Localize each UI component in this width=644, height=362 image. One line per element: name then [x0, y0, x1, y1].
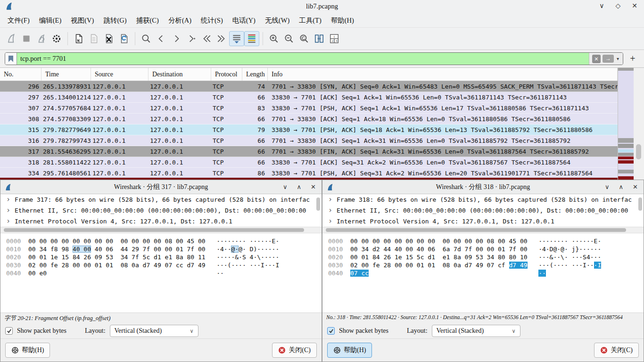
hex-line[interactable]: 0000 00 00 00 00 00 00 00 00 00 00 00 00… [6, 237, 322, 245]
hex-line[interactable]: 0020 00 01 84 26 1e 15 5c d1 e1 8a 09 53… [328, 253, 644, 261]
packet-row[interactable]: 316279.782799743127.0.0.1127.0.0.1TCP667… [0, 135, 618, 146]
tree-item[interactable]: ›Ethernet II, Src: 00:00:00_00:00:00 (00… [0, 205, 322, 216]
goto-packet-icon[interactable] [184, 31, 199, 46]
cell-time: 295.761480561 [41, 168, 91, 179]
help-button[interactable]: 帮助(H) [327, 343, 372, 358]
close-dialog-button[interactable]: 关闭(C) [272, 343, 317, 358]
minimize-button[interactable]: ∨ [283, 180, 288, 194]
restore-button[interactable]: ∧ [619, 180, 624, 194]
filter-dropdown-caret-icon[interactable]: ▾ [616, 56, 620, 61]
resize-columns-icon[interactable] [312, 31, 327, 46]
column-header[interactable]: Source [91, 68, 149, 81]
minimize-button[interactable]: ∨ [599, 2, 604, 10]
restore-button[interactable]: ∧ [297, 180, 302, 194]
menu-item[interactable]: 电话(Y) [228, 15, 260, 26]
save-file-icon[interactable] [86, 31, 101, 46]
show-packet-bytes-checkbox[interactable] [327, 327, 335, 335]
capture-options-icon[interactable] [49, 31, 64, 46]
column-header[interactable]: Protocol [211, 68, 242, 81]
hex-line[interactable]: 0020 00 01 1e 15 84 26 09 53 34 7f 5c d1… [6, 253, 322, 261]
packet-list-scrollbar[interactable] [634, 68, 644, 180]
hex-line[interactable]: 0030 02 00 fe 28 00 00 01 01 08 0a d7 49… [328, 261, 644, 269]
hex-line[interactable]: 0030 02 00 fe 28 00 00 01 01 08 0a d7 49… [6, 261, 322, 269]
help-button[interactable]: 帮助(H) [5, 343, 50, 358]
zoom-in-icon[interactable] [266, 31, 281, 46]
reload-file-icon[interactable] [116, 31, 132, 46]
packet-row[interactable]: 308274.577083309127.0.0.1127.0.0.1TCP667… [0, 114, 618, 124]
scrollbar-thumb[interactable] [636, 144, 641, 159]
close-file-icon[interactable] [101, 31, 116, 46]
next-packet-icon[interactable] [169, 31, 184, 46]
menu-item[interactable]: 文件(F) [3, 15, 34, 26]
close-button[interactable]: ✕ [632, 2, 637, 10]
hex-line[interactable]: 0000 00 00 00 00 00 00 00 00 00 00 00 00… [328, 237, 644, 245]
menu-item[interactable]: 视图(V) [66, 15, 99, 26]
hex-line[interactable]: 0010 00 34 d2 44 40 00 40 06 6a 7d 7f 00… [328, 245, 644, 253]
horizontal-scrollbar[interactable] [0, 227, 322, 233]
close-button[interactable]: ✕ [311, 180, 316, 194]
colorize-icon[interactable] [244, 31, 259, 46]
menu-item[interactable]: 编辑(E) [34, 15, 66, 26]
restart-capture-icon[interactable] [34, 31, 49, 46]
hex-line[interactable]: 0040 07 cc ·· [328, 269, 644, 277]
filter-input[interactable] [17, 53, 589, 65]
last-packet-icon[interactable] [214, 31, 229, 46]
tree-item[interactable]: ›Ethernet II, Src: 00:00:00_00:00:00 (00… [322, 205, 644, 216]
zoom-reset-icon[interactable] [297, 31, 312, 46]
tree-item[interactable]: ›Frame 317: 66 bytes on wire (528 bits),… [0, 194, 322, 205]
hex-line[interactable]: 0040 00 e0 ·· [6, 269, 322, 277]
packet-list-header: No.TimeSourceDestinationProtocolLengthIn… [0, 68, 618, 81]
cell-source: 127.0.0.1 [91, 124, 149, 135]
zoom-out-icon[interactable] [281, 31, 297, 46]
menu-item[interactable]: 统计(S) [196, 15, 228, 26]
menu-item[interactable]: 跳转(G) [99, 15, 131, 26]
protocol-tree: ›Frame 317: 66 bytes on wire (528 bits),… [0, 194, 322, 227]
filter-apply-icon[interactable]: → [603, 55, 614, 63]
expand-arrow-icon: › [6, 194, 10, 205]
filter-clear-icon[interactable]: ✕ [592, 55, 601, 63]
close-button[interactable]: ✕ [633, 180, 638, 194]
packet-row[interactable]: 296265.133978931127.0.0.1127.0.0.1TCP747… [0, 81, 618, 92]
open-file-icon[interactable] [71, 31, 86, 46]
start-capture-icon[interactable] [4, 31, 19, 46]
packet-row[interactable]: 315279.782779649127.0.0.1127.0.0.1TCP793… [0, 124, 618, 135]
layout-select[interactable]: Vertical (Stacked) ∨ [432, 325, 520, 337]
menu-item[interactable]: 无线(W) [260, 15, 294, 26]
intelligent-scrollbar[interactable] [618, 68, 634, 180]
horizontal-scrollbar[interactable] [322, 227, 644, 233]
filter-bookmark-icon[interactable] [5, 53, 17, 65]
menu-item[interactable]: 工具(T) [294, 15, 326, 26]
packet-row[interactable]: 297265.134001214127.0.0.1127.0.0.1TCP663… [0, 92, 618, 103]
previous-packet-icon[interactable] [154, 31, 169, 46]
maximize-button[interactable]: ◇ [615, 2, 620, 10]
packet-row[interactable]: 317281.554636295127.0.0.1127.0.0.1TCP667… [0, 146, 618, 157]
tree-item[interactable]: ›Internet Protocol Version 4, Src: 127.0… [0, 216, 322, 227]
packet-row[interactable]: 318281.558011422127.0.0.1127.0.0.1TCP663… [0, 157, 618, 168]
menu-item[interactable]: 捕获(C) [132, 15, 164, 26]
hex-line[interactable]: 0010 00 34 f8 98 40 00 40 06 44 29 7f 00… [6, 245, 322, 253]
find-packet-icon[interactable] [139, 31, 154, 46]
layout-columns-icon[interactable]: 123 [327, 31, 342, 46]
menu-item[interactable]: 帮助(H) [326, 15, 359, 26]
menu-item[interactable]: 分析(A) [164, 15, 196, 26]
filter-add-button[interactable]: + [626, 53, 639, 64]
packet-row[interactable]: 334295.761480561127.0.0.1127.0.0.1TCP863… [0, 168, 618, 179]
tree-item[interactable]: ›Internet Protocol Version 4, Src: 127.0… [322, 216, 644, 227]
cell-source: 127.0.0.1 [91, 135, 149, 146]
first-packet-icon[interactable] [199, 31, 214, 46]
column-header[interactable]: Time [41, 68, 91, 81]
tree-item[interactable]: ›Frame 318: 66 bytes on wire (528 bits),… [322, 194, 644, 205]
show-packet-bytes-checkbox[interactable] [5, 327, 13, 335]
minimize-button[interactable]: ∨ [605, 180, 610, 194]
scrollbar-thumb[interactable] [4, 228, 304, 232]
close-dialog-button[interactable]: 关闭(C) [594, 343, 639, 358]
scrollbar-thumb[interactable] [326, 228, 626, 232]
column-header[interactable]: Length [242, 68, 268, 81]
layout-select[interactable]: Vertical (Stacked) ∨ [110, 325, 198, 337]
column-header[interactable]: Info [268, 68, 618, 81]
packet-row[interactable]: 307274.577057684127.0.0.1127.0.0.1TCP833… [0, 103, 618, 114]
column-header[interactable]: No. [0, 68, 41, 81]
column-header[interactable]: Destination [149, 68, 211, 81]
stop-capture-icon[interactable] [19, 31, 34, 46]
autoscroll-icon[interactable] [229, 31, 244, 46]
